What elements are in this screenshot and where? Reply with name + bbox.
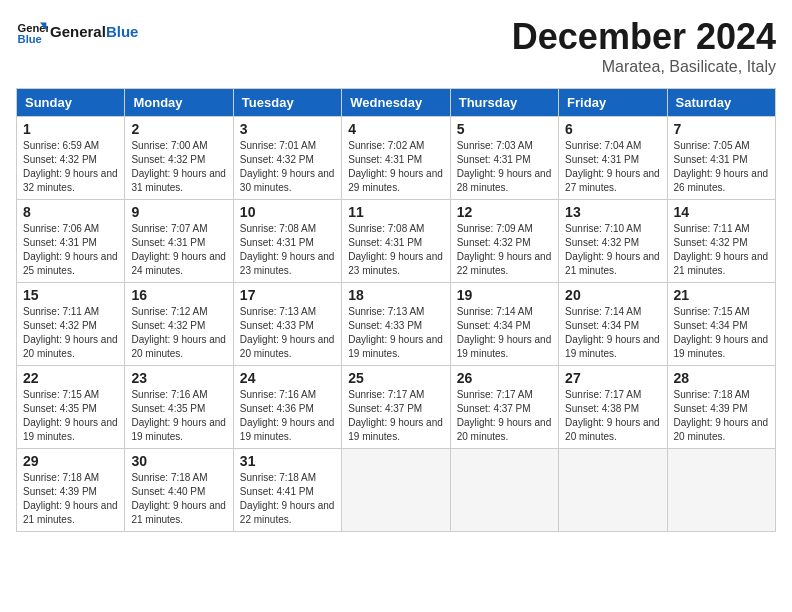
- day-number: 15: [23, 287, 118, 303]
- calendar-cell: 13Sunrise: 7:10 AMSunset: 4:32 PMDayligh…: [559, 200, 667, 283]
- day-info: Sunrise: 7:07 AMSunset: 4:31 PMDaylight:…: [131, 222, 226, 278]
- day-info: Sunrise: 7:04 AMSunset: 4:31 PMDaylight:…: [565, 139, 660, 195]
- day-info: Sunrise: 7:18 AMSunset: 4:41 PMDaylight:…: [240, 471, 335, 527]
- calendar-cell: 19Sunrise: 7:14 AMSunset: 4:34 PMDayligh…: [450, 283, 558, 366]
- calendar-cell: 21Sunrise: 7:15 AMSunset: 4:34 PMDayligh…: [667, 283, 775, 366]
- day-number: 6: [565, 121, 660, 137]
- calendar-cell: [450, 449, 558, 532]
- day-number: 24: [240, 370, 335, 386]
- day-number: 10: [240, 204, 335, 220]
- day-info: Sunrise: 7:05 AMSunset: 4:31 PMDaylight:…: [674, 139, 769, 195]
- calendar-cell: 31Sunrise: 7:18 AMSunset: 4:41 PMDayligh…: [233, 449, 341, 532]
- day-number: 21: [674, 287, 769, 303]
- calendar-cell: 7Sunrise: 7:05 AMSunset: 4:31 PMDaylight…: [667, 117, 775, 200]
- calendar-cell: 29Sunrise: 7:18 AMSunset: 4:39 PMDayligh…: [17, 449, 125, 532]
- calendar-cell: 11Sunrise: 7:08 AMSunset: 4:31 PMDayligh…: [342, 200, 450, 283]
- calendar-cell: 3Sunrise: 7:01 AMSunset: 4:32 PMDaylight…: [233, 117, 341, 200]
- day-info: Sunrise: 7:17 AMSunset: 4:37 PMDaylight:…: [457, 388, 552, 444]
- day-info: Sunrise: 7:03 AMSunset: 4:31 PMDaylight:…: [457, 139, 552, 195]
- day-number: 22: [23, 370, 118, 386]
- calendar-cell: 25Sunrise: 7:17 AMSunset: 4:37 PMDayligh…: [342, 366, 450, 449]
- logo-icon: General Blue: [16, 16, 48, 48]
- day-number: 9: [131, 204, 226, 220]
- calendar-cell: 24Sunrise: 7:16 AMSunset: 4:36 PMDayligh…: [233, 366, 341, 449]
- day-info: Sunrise: 7:11 AMSunset: 4:32 PMDaylight:…: [674, 222, 769, 278]
- col-thursday: Thursday: [450, 89, 558, 117]
- day-info: Sunrise: 7:17 AMSunset: 4:37 PMDaylight:…: [348, 388, 443, 444]
- day-info: Sunrise: 7:18 AMSunset: 4:40 PMDaylight:…: [131, 471, 226, 527]
- calendar-cell: 9Sunrise: 7:07 AMSunset: 4:31 PMDaylight…: [125, 200, 233, 283]
- day-number: 31: [240, 453, 335, 469]
- calendar-cell: [559, 449, 667, 532]
- calendar-week-row-3: 15Sunrise: 7:11 AMSunset: 4:32 PMDayligh…: [17, 283, 776, 366]
- day-info: Sunrise: 7:09 AMSunset: 4:32 PMDaylight:…: [457, 222, 552, 278]
- day-info: Sunrise: 7:10 AMSunset: 4:32 PMDaylight:…: [565, 222, 660, 278]
- day-info: Sunrise: 7:00 AMSunset: 4:32 PMDaylight:…: [131, 139, 226, 195]
- calendar-cell: [667, 449, 775, 532]
- month-title: December 2024: [512, 16, 776, 58]
- day-info: Sunrise: 7:14 AMSunset: 4:34 PMDaylight:…: [457, 305, 552, 361]
- day-info: Sunrise: 7:08 AMSunset: 4:31 PMDaylight:…: [240, 222, 335, 278]
- day-number: 13: [565, 204, 660, 220]
- day-number: 26: [457, 370, 552, 386]
- day-number: 17: [240, 287, 335, 303]
- location-title: Maratea, Basilicate, Italy: [512, 58, 776, 76]
- day-number: 11: [348, 204, 443, 220]
- calendar-cell: 2Sunrise: 7:00 AMSunset: 4:32 PMDaylight…: [125, 117, 233, 200]
- day-number: 28: [674, 370, 769, 386]
- day-number: 29: [23, 453, 118, 469]
- calendar-cell: 5Sunrise: 7:03 AMSunset: 4:31 PMDaylight…: [450, 117, 558, 200]
- day-info: Sunrise: 7:02 AMSunset: 4:31 PMDaylight:…: [348, 139, 443, 195]
- calendar-cell: 30Sunrise: 7:18 AMSunset: 4:40 PMDayligh…: [125, 449, 233, 532]
- calendar-cell: 23Sunrise: 7:16 AMSunset: 4:35 PMDayligh…: [125, 366, 233, 449]
- calendar-cell: 10Sunrise: 7:08 AMSunset: 4:31 PMDayligh…: [233, 200, 341, 283]
- calendar-table: Sunday Monday Tuesday Wednesday Thursday…: [16, 88, 776, 532]
- day-number: 2: [131, 121, 226, 137]
- col-tuesday: Tuesday: [233, 89, 341, 117]
- calendar-week-row-4: 22Sunrise: 7:15 AMSunset: 4:35 PMDayligh…: [17, 366, 776, 449]
- day-number: 23: [131, 370, 226, 386]
- calendar-cell: 20Sunrise: 7:14 AMSunset: 4:34 PMDayligh…: [559, 283, 667, 366]
- calendar-cell: 18Sunrise: 7:13 AMSunset: 4:33 PMDayligh…: [342, 283, 450, 366]
- calendar-cell: 4Sunrise: 7:02 AMSunset: 4:31 PMDaylight…: [342, 117, 450, 200]
- col-wednesday: Wednesday: [342, 89, 450, 117]
- calendar-cell: 16Sunrise: 7:12 AMSunset: 4:32 PMDayligh…: [125, 283, 233, 366]
- day-number: 30: [131, 453, 226, 469]
- day-info: Sunrise: 7:18 AMSunset: 4:39 PMDaylight:…: [23, 471, 118, 527]
- col-monday: Monday: [125, 89, 233, 117]
- day-info: Sunrise: 7:17 AMSunset: 4:38 PMDaylight:…: [565, 388, 660, 444]
- day-info: Sunrise: 7:18 AMSunset: 4:39 PMDaylight:…: [674, 388, 769, 444]
- day-info: Sunrise: 7:13 AMSunset: 4:33 PMDaylight:…: [348, 305, 443, 361]
- day-number: 20: [565, 287, 660, 303]
- calendar-week-row-2: 8Sunrise: 7:06 AMSunset: 4:31 PMDaylight…: [17, 200, 776, 283]
- day-info: Sunrise: 7:06 AMSunset: 4:31 PMDaylight:…: [23, 222, 118, 278]
- calendar-week-row-5: 29Sunrise: 7:18 AMSunset: 4:39 PMDayligh…: [17, 449, 776, 532]
- calendar-cell: 28Sunrise: 7:18 AMSunset: 4:39 PMDayligh…: [667, 366, 775, 449]
- title-area: December 2024 Maratea, Basilicate, Italy: [512, 16, 776, 76]
- logo-text-general: General: [50, 23, 106, 40]
- day-number: 16: [131, 287, 226, 303]
- svg-text:Blue: Blue: [18, 33, 42, 45]
- day-info: Sunrise: 7:01 AMSunset: 4:32 PMDaylight:…: [240, 139, 335, 195]
- day-info: Sunrise: 6:59 AMSunset: 4:32 PMDaylight:…: [23, 139, 118, 195]
- day-number: 27: [565, 370, 660, 386]
- calendar-cell: 14Sunrise: 7:11 AMSunset: 4:32 PMDayligh…: [667, 200, 775, 283]
- day-number: 5: [457, 121, 552, 137]
- day-number: 4: [348, 121, 443, 137]
- calendar-cell: 27Sunrise: 7:17 AMSunset: 4:38 PMDayligh…: [559, 366, 667, 449]
- day-number: 25: [348, 370, 443, 386]
- day-info: Sunrise: 7:12 AMSunset: 4:32 PMDaylight:…: [131, 305, 226, 361]
- calendar-header-row: Sunday Monday Tuesday Wednesday Thursday…: [17, 89, 776, 117]
- day-number: 1: [23, 121, 118, 137]
- calendar-week-row-1: 1Sunrise: 6:59 AMSunset: 4:32 PMDaylight…: [17, 117, 776, 200]
- day-number: 12: [457, 204, 552, 220]
- day-info: Sunrise: 7:11 AMSunset: 4:32 PMDaylight:…: [23, 305, 118, 361]
- logo: General Blue GeneralBlue: [16, 16, 138, 48]
- day-number: 19: [457, 287, 552, 303]
- day-number: 18: [348, 287, 443, 303]
- calendar-cell: [342, 449, 450, 532]
- calendar-cell: 17Sunrise: 7:13 AMSunset: 4:33 PMDayligh…: [233, 283, 341, 366]
- calendar-cell: 6Sunrise: 7:04 AMSunset: 4:31 PMDaylight…: [559, 117, 667, 200]
- calendar-cell: 22Sunrise: 7:15 AMSunset: 4:35 PMDayligh…: [17, 366, 125, 449]
- day-number: 14: [674, 204, 769, 220]
